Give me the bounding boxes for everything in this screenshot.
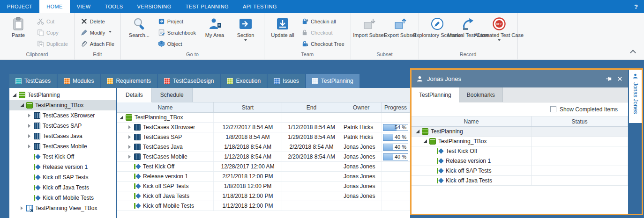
- tab-execution[interactable]: Execution: [221, 74, 267, 88]
- copy-button[interactable]: Copy: [35, 28, 70, 37]
- tree-item-testplanning-view-tbox[interactable]: TestPlanning View_TBox: [9, 203, 116, 213]
- automated-test-case-button[interactable]: REC Automated Test Case: [485, 15, 514, 44]
- tree-item-kick-off-mobile-tests[interactable]: Kick off Mobile Tests: [9, 193, 116, 203]
- user-table-row[interactable]: Test Kick Off: [412, 146, 628, 156]
- table-row[interactable]: Kick off Java Tests 1/18/2018 12:00 PM J…: [117, 191, 410, 201]
- collapse-arrow-icon[interactable]: [27, 133, 32, 139]
- collapse-arrow-icon[interactable]: [27, 144, 32, 149]
- update-all-button[interactable]: Update all: [268, 15, 297, 40]
- tab-details[interactable]: Details: [117, 88, 152, 102]
- expand-arrow-icon[interactable]: [423, 138, 428, 144]
- modify-button[interactable]: Modify: [78, 28, 117, 37]
- table-row[interactable]: TestCases SAP 1/8/2018 8:54 AM 1/29/2018…: [117, 132, 410, 142]
- tab-user-testplanning[interactable]: TestPlanning: [412, 87, 459, 102]
- table-row[interactable]: Test Kick Off 12/28/2017 12:00 AM Jonas …: [117, 162, 410, 172]
- menu-api-testing[interactable]: API TESTING: [236, 0, 284, 13]
- testcases-node-icon: [134, 134, 141, 140]
- milestone-icon: [437, 167, 443, 174]
- collapse-ribbon-button[interactable]: [629, 48, 637, 55]
- table-row[interactable]: TestPlanning_TBox: [117, 113, 410, 123]
- column-header-name[interactable]: Name: [412, 116, 532, 126]
- expand-arrow-icon[interactable]: [415, 129, 420, 134]
- column-header-end[interactable]: End: [282, 102, 341, 112]
- tab-testcasedesign[interactable]: TestCaseDesign: [158, 74, 220, 88]
- table-row[interactable]: TestCases Java 1/18/2018 8:54 AM 2/2/201…: [117, 142, 410, 152]
- table-row[interactable]: TestCases Mobile 1/12/2018 8:54 AM 2/20/…: [117, 152, 410, 162]
- user-table-row[interactable]: TestPlanning_TBox: [412, 137, 628, 146]
- lock-up-icon: [301, 18, 308, 25]
- tree-item-testplanning[interactable]: TestPlanning: [9, 90, 116, 100]
- tree-item-kick-off-sap-tests[interactable]: Kick off SAP Tests: [9, 172, 116, 182]
- user-table-row[interactable]: Kick off Java Tests: [412, 176, 628, 186]
- tab-requirements[interactable]: Requirements: [101, 74, 157, 88]
- column-header-progress[interactable]: Progress: [382, 102, 410, 112]
- tree-item-testcases-mobile[interactable]: TestCases Mobile: [9, 141, 116, 152]
- table-row[interactable]: TestCases XBrowser 12/27/2017 8:54 AM 1/…: [117, 123, 410, 132]
- help-icon[interactable]: ?: [628, 0, 644, 13]
- tab-testplanning[interactable]: TestPlanning: [306, 74, 359, 88]
- collapse-arrow-icon[interactable]: [127, 154, 133, 160]
- collapse-arrow-icon[interactable]: [127, 144, 133, 150]
- tree-item-release-version-1[interactable]: Release version 1: [9, 162, 116, 172]
- attach-file-button[interactable]: Attach File: [78, 39, 117, 48]
- expand-arrow-icon[interactable]: [20, 102, 25, 108]
- checkout-tree-button[interactable]: Checkout Tree: [299, 39, 347, 48]
- collapse-arrow-icon[interactable]: [127, 124, 133, 130]
- close-icon[interactable]: [616, 75, 623, 82]
- checkin-all-button[interactable]: Checkin all: [299, 17, 347, 26]
- delete-button[interactable]: Delete: [78, 17, 117, 26]
- tab-user-bookmarks[interactable]: Bookmarks: [459, 87, 503, 102]
- goto-object-button[interactable]: Object: [156, 39, 198, 48]
- duplicate-button[interactable]: Duplicate: [35, 39, 70, 48]
- details-tabs: Details Schedule: [117, 88, 410, 102]
- goto-scratchbook-button[interactable]: Scratchbook: [156, 28, 198, 37]
- show-completed-checkbox[interactable]: [550, 106, 556, 112]
- tree-item-kick-off-java-tests[interactable]: Kick off Java Tests: [9, 182, 116, 193]
- my-area-button[interactable]: My Area: [200, 15, 229, 40]
- column-header-owner[interactable]: Owner: [341, 102, 382, 112]
- cut-button[interactable]: Cut: [35, 17, 70, 26]
- table-row[interactable]: Kick off Mobile Tests 1/12/2018 12:00 PM: [117, 201, 410, 211]
- column-header-start[interactable]: Start: [214, 102, 282, 112]
- user-table-row[interactable]: Kick off SAP Tests: [412, 166, 628, 176]
- menu-project[interactable]: PROJECT: [0, 0, 39, 13]
- expand-arrow-icon[interactable]: [119, 115, 124, 120]
- menu-view[interactable]: VIEW: [70, 0, 98, 13]
- section-button[interactable]: Section: [231, 15, 260, 44]
- ribbon-group-edit: Delete Modify Attach File: [75, 13, 121, 59]
- table-row[interactable]: Kick off SAP Tests 1/8/2018 12:00 PM Jon…: [117, 182, 410, 191]
- tab-modules[interactable]: Modules: [58, 74, 100, 88]
- search-button[interactable]: Search...: [125, 15, 154, 40]
- tree-item-testcases-java[interactable]: TestCases Java: [9, 131, 116, 141]
- menu-test-planning[interactable]: TEST PLANNING: [179, 0, 236, 13]
- menu-home[interactable]: HOME: [39, 0, 70, 13]
- tab-schedule[interactable]: Schedule: [152, 88, 193, 102]
- column-header-name[interactable]: Name: [117, 102, 214, 112]
- ribbon-group-goto: Search... Project Scratchbook: [121, 13, 264, 59]
- checkout-button[interactable]: Checkout: [299, 28, 347, 37]
- menu-versioning[interactable]: VERSIONING: [130, 0, 179, 13]
- collapse-arrow-icon[interactable]: [27, 123, 32, 129]
- user-table-row[interactable]: Release version 1: [412, 156, 628, 166]
- collapse-arrow-icon[interactable]: [20, 205, 25, 211]
- menu-tools[interactable]: TOOLS: [97, 0, 130, 13]
- tab-testcases[interactable]: TestCases: [9, 74, 57, 88]
- expand-arrow-icon[interactable]: [12, 92, 17, 98]
- tree-item-testcases-sap[interactable]: TestCases SAP: [9, 121, 116, 131]
- paste-button[interactable]: Paste: [4, 15, 33, 40]
- tree-item-testcases-xbrowser[interactable]: TestCases XBrowser: [9, 110, 116, 121]
- tree-item-test-kick-off[interactable]: Test Kick Off: [9, 152, 116, 162]
- tab-issues[interactable]: Issues: [268, 74, 305, 88]
- export-subset-button[interactable]: Export Subset: [386, 15, 415, 40]
- import-subset-button[interactable]: Import Subset: [355, 15, 384, 40]
- table-row[interactable]: Release version 1 2/21/2018 12:00 PM Jon…: [117, 172, 410, 182]
- pin-icon[interactable]: [606, 75, 613, 82]
- column-header-status[interactable]: Status: [532, 116, 628, 126]
- goto-project-button[interactable]: Project: [156, 17, 198, 26]
- collapse-arrow-icon[interactable]: [127, 134, 133, 140]
- collapse-arrow-icon[interactable]: [27, 113, 32, 118]
- tree-item-testplanning-tbox[interactable]: TestPlanning_TBox: [9, 100, 116, 110]
- side-tab-jonas-jones[interactable]: Jonas Jones: [629, 70, 642, 123]
- user-table-row[interactable]: TestPlanning: [412, 127, 628, 137]
- user-panel-header: Jonas Jones: [412, 70, 628, 87]
